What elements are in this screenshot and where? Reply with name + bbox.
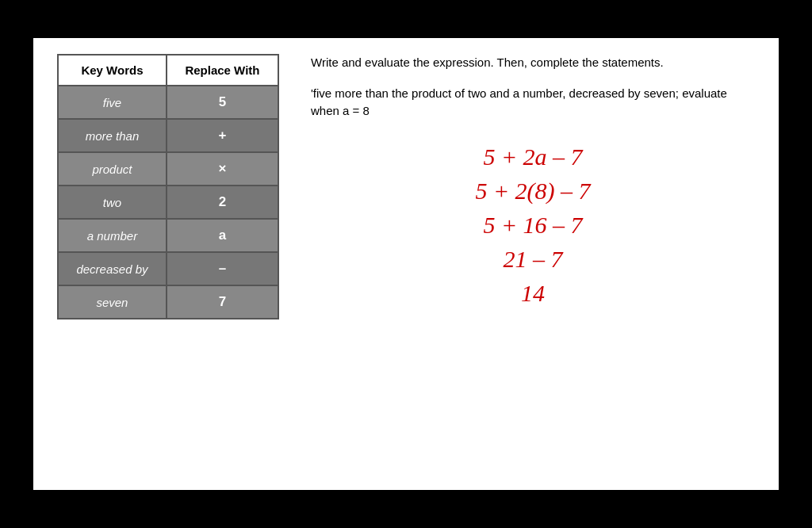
replace-cell: 2 bbox=[167, 186, 278, 219]
table-row: product× bbox=[58, 152, 278, 186]
keyword-cell: more than bbox=[58, 119, 167, 152]
keyword-cell: two bbox=[58, 186, 167, 219]
keyword-cell: a number bbox=[58, 219, 167, 252]
keyword-cell: decreased by bbox=[58, 252, 167, 285]
math-line: 21 – 7 bbox=[504, 243, 563, 274]
main-content: Key Words Replace With five5more than+pr… bbox=[33, 38, 779, 490]
problem-section: Write and evaluate the expression. Then,… bbox=[311, 54, 755, 308]
math-line: 5 + 16 – 7 bbox=[483, 209, 582, 240]
table-section: Key Words Replace With five5more than+pr… bbox=[57, 54, 279, 319]
table-row: more than+ bbox=[58, 119, 278, 152]
math-line: 5 + 2(8) – 7 bbox=[475, 175, 590, 206]
instructions-text: Write and evaluate the expression. Then,… bbox=[311, 54, 755, 72]
table-row: two2 bbox=[58, 186, 278, 219]
replace-cell: – bbox=[167, 252, 278, 285]
keywords-table: Key Words Replace With five5more than+pr… bbox=[57, 54, 279, 319]
replace-cell: + bbox=[167, 119, 278, 152]
col2-header: Replace With bbox=[167, 55, 278, 86]
replace-cell: × bbox=[167, 152, 278, 186]
math-line: 14 bbox=[521, 277, 545, 308]
table-row: seven7 bbox=[58, 285, 278, 319]
problem-statement: 'five more than the product of two and a… bbox=[311, 85, 755, 121]
keyword-cell: seven bbox=[58, 285, 167, 319]
math-line: 5 + 2a – 7 bbox=[483, 141, 582, 172]
keyword-cell: five bbox=[58, 86, 167, 119]
replace-cell: 5 bbox=[167, 86, 278, 119]
table-row: a numbera bbox=[58, 219, 278, 252]
table-row: five5 bbox=[58, 86, 278, 119]
col1-header: Key Words bbox=[58, 55, 167, 86]
keyword-cell: product bbox=[58, 152, 167, 186]
math-work: 5 + 2a – 75 + 2(8) – 75 + 16 – 721 – 714 bbox=[311, 141, 755, 308]
replace-cell: 7 bbox=[167, 285, 278, 319]
table-row: decreased by– bbox=[58, 252, 278, 285]
replace-cell: a bbox=[167, 219, 278, 252]
